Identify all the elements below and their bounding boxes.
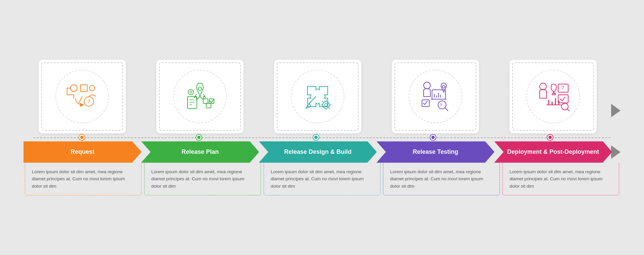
desc-release-design-build-text: Lorem ipsum dolor sit dim amet, mea regi…	[271, 169, 364, 189]
icon-circle-request: ... ?	[55, 70, 109, 123]
release-testing-icon: ?	[417, 78, 454, 115]
desc-release-design-build: Lorem ipsum dolor sit dim amet, mea regi…	[264, 163, 380, 196]
arrow-request-label: Request	[70, 148, 94, 156]
icons-row: ... ?	[23, 60, 621, 133]
arrow-deployment: Deployment & Post-Deployment	[494, 141, 612, 163]
end-arrow-2	[611, 145, 621, 159]
icon-card-release-design-build	[274, 60, 361, 133]
desc-release-testing-text: Lorem ipsum dolor sit dim amet, mea regi…	[390, 169, 483, 189]
arrow-request: Request	[23, 141, 142, 163]
desc-request: Lorem ipsum dolor sit dim amet, mea regi…	[25, 163, 142, 196]
svg-text:?: ?	[87, 99, 90, 105]
desc-release-plan-text: Lorem ipsum dolor sit dim amet, mea regi…	[151, 169, 245, 189]
svg-point-24	[424, 82, 430, 89]
svg-point-33	[438, 101, 446, 109]
svg-line-23	[329, 108, 330, 109]
arrow-release-plan-label: Release Plan	[181, 148, 219, 156]
icon-card-release-testing: ?	[392, 60, 479, 133]
timeline-dot-request	[79, 135, 85, 140]
svg-point-14	[190, 91, 192, 93]
svg-rect-6	[187, 97, 197, 109]
svg-point-13	[188, 89, 194, 95]
step-release-plan	[141, 60, 259, 133]
icon-circle-deployment: ?	[526, 70, 580, 123]
deployment-icon: ?	[535, 78, 572, 115]
svg-point-36	[540, 83, 546, 90]
timeline-dot-release-plan	[196, 135, 202, 140]
arrow-release-design-build-label: Release Design & Build	[284, 148, 352, 156]
svg-text:?: ?	[440, 103, 442, 108]
desc-deployment: Lorem ipsum dolor sit dim amet, mea regi…	[502, 163, 619, 196]
arrows-row: Request Release Plan Release Design & Bu…	[23, 141, 621, 163]
infographic: ... ?	[17, 50, 627, 206]
timeline-dot-deployment	[547, 135, 553, 140]
svg-point-5	[198, 87, 202, 90]
svg-text:...: ...	[82, 85, 86, 91]
svg-rect-39	[558, 95, 568, 103]
svg-line-46	[567, 109, 570, 111]
svg-point-4	[90, 85, 95, 91]
desc-release-testing: Lorem ipsum dolor sit dim amet, mea regi…	[383, 163, 500, 196]
desc-release-plan: Lorem ipsum dolor sit dim amet, mea regi…	[144, 163, 261, 196]
svg-line-22	[322, 101, 323, 102]
icon-circle-release-design-build	[291, 70, 344, 123]
arrow-release-plan: Release Plan	[141, 141, 259, 163]
arrow-release-design-build: Release Design & Build	[259, 141, 377, 163]
icon-card-deployment: ?	[509, 60, 597, 133]
icon-card-request: ... ?	[39, 60, 126, 133]
step-release-testing: ?	[376, 60, 494, 133]
icon-circle-release-testing: ?	[409, 70, 462, 123]
arrow-release-testing-label: Release Testing	[413, 148, 458, 156]
step-deployment: ?	[494, 60, 612, 133]
step-request: ... ?	[23, 60, 141, 133]
request-icon: ... ?	[64, 78, 101, 115]
timeline-dot-release-design-build	[313, 135, 319, 140]
arrow-deployment-label: Deployment & Post-Deployment	[507, 148, 599, 156]
icon-card-release-plan	[156, 60, 244, 133]
timeline-dot-release-testing	[430, 135, 436, 140]
desc-request-text: Lorem ipsum dolor sit dim amet, mea regi…	[32, 169, 125, 189]
desc-deployment-text: Lorem ipsum dolor sit dim amet, mea regi…	[509, 169, 603, 189]
svg-point-16	[323, 102, 329, 108]
step-release-design-build	[259, 60, 377, 133]
svg-point-17	[325, 104, 327, 106]
release-plan-icon	[181, 78, 218, 115]
svg-point-0	[70, 85, 77, 91]
release-design-build-icon	[299, 78, 336, 115]
svg-text:?: ?	[561, 85, 564, 90]
descriptions-row: Lorem ipsum dolor sit dim amet, mea regi…	[23, 163, 621, 196]
svg-rect-10	[203, 99, 208, 104]
svg-point-31	[442, 85, 445, 88]
icon-circle-release-plan	[173, 70, 227, 123]
arrow-release-testing: Release Testing	[376, 141, 494, 163]
svg-rect-12	[206, 103, 211, 108]
svg-line-34	[445, 108, 448, 111]
end-arrow	[611, 104, 621, 117]
